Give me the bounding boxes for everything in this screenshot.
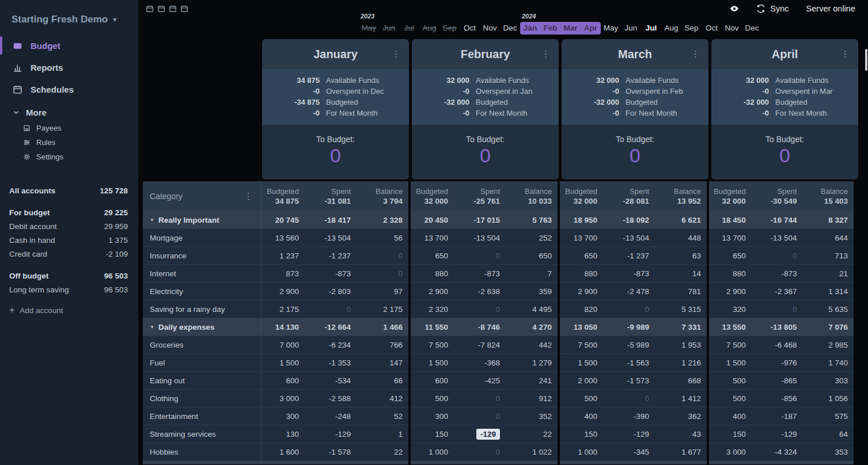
cell-balance[interactable]: 1 216: [655, 354, 707, 371]
add-account-button[interactable]: + Add account: [0, 306, 138, 315]
cell-balance[interactable]: 912: [506, 390, 558, 407]
category-name-cell[interactable]: Hobbies: [143, 443, 261, 461]
cell-spent[interactable]: -6 234: [305, 336, 357, 353]
cell-balance[interactable]: 575: [802, 407, 854, 425]
cell-spent[interactable]: -2 478: [603, 283, 655, 300]
cell-spent[interactable]: -5 989: [603, 336, 655, 353]
account-group-header[interactable]: Off budget96 503: [0, 269, 138, 283]
cell-spent[interactable]: -187: [752, 407, 803, 425]
cell-budgeted[interactable]: 650: [560, 247, 603, 264]
cell-budgeted[interactable]: 880: [411, 265, 454, 282]
timeline-month[interactable]: Feb: [540, 22, 560, 35]
cell-balance[interactable]: 0: [357, 247, 408, 264]
cell-balance[interactable]: 353: [802, 443, 854, 460]
cell-budgeted[interactable]: 13 700: [709, 229, 752, 246]
cell-budgeted[interactable]: 873: [261, 265, 305, 282]
cell-balance[interactable]: 1 953: [655, 336, 707, 353]
cell-budgeted[interactable]: 880: [709, 265, 752, 282]
cell-balance[interactable]: 2 175: [357, 300, 408, 318]
cell-balance[interactable]: 22: [357, 443, 408, 460]
sidebar-item-schedules[interactable]: Schedules: [0, 78, 138, 100]
category-name-cell[interactable]: Entertainment: [143, 407, 261, 425]
cell-balance[interactable]: 43: [655, 425, 707, 443]
timeline-month[interactable]: Sep: [439, 22, 460, 35]
cell-budgeted[interactable]: 13 560: [261, 229, 305, 246]
timeline-month[interactable]: Jun: [379, 22, 399, 35]
cell-balance[interactable]: 7 331: [655, 318, 707, 336]
account-row[interactable]: Debit account29 959: [0, 219, 138, 233]
cell-balance[interactable]: 241: [506, 372, 558, 389]
account-row[interactable]: Cash in hand1 375: [0, 233, 138, 247]
cell-spent[interactable]: -1 237: [603, 247, 655, 264]
cell-spent[interactable]: -2 367: [752, 283, 803, 300]
cell-budgeted[interactable]: 18 450: [709, 211, 752, 228]
cell-spent[interactable]: -7 824: [454, 336, 506, 353]
cell-spent[interactable]: -873: [454, 265, 506, 282]
cell-budgeted[interactable]: 7 500: [709, 336, 752, 353]
cell-spent[interactable]: 0: [454, 407, 506, 425]
cell-spent[interactable]: -248: [305, 407, 357, 425]
cell-spent[interactable]: 0: [305, 300, 357, 318]
cell-budgeted[interactable]: 18 950: [560, 211, 603, 228]
timeline-month[interactable]: May2023: [359, 22, 379, 35]
account-row[interactable]: Long term saving96 503: [0, 283, 138, 296]
timeline-month[interactable]: Nov: [480, 22, 500, 35]
cell-budgeted[interactable]: 300: [261, 407, 305, 425]
months-visible-button-2[interactable]: [157, 5, 165, 14]
cell-balance[interactable]: 1 466: [357, 318, 408, 336]
cell-spent[interactable]: -13 504: [603, 229, 655, 246]
cell-spent[interactable]: -368: [454, 354, 506, 371]
timeline-month[interactable]: Oct: [460, 22, 480, 35]
cell-spent[interactable]: -18 092: [603, 211, 655, 228]
cell-spent[interactable]: 0: [454, 390, 506, 407]
to-budget-amount[interactable]: 0: [711, 144, 858, 167]
cell-spent[interactable]: 0: [454, 300, 506, 318]
cell-balance[interactable]: 4 495: [506, 300, 558, 318]
cell-budgeted[interactable]: 150: [560, 425, 603, 443]
cell-budgeted[interactable]: 500: [709, 390, 752, 407]
cell-balance[interactable]: 22: [506, 425, 558, 443]
cell-spent[interactable]: -13 504: [454, 229, 506, 246]
cell-budgeted[interactable]: 2 175: [261, 300, 305, 318]
cell-balance[interactable]: 644: [802, 229, 854, 246]
cell-spent[interactable]: 0: [603, 390, 655, 407]
cell-balance[interactable]: 766: [357, 336, 408, 353]
cell-spent[interactable]: -1 353: [305, 354, 357, 371]
to-budget-amount[interactable]: 0: [562, 144, 708, 167]
category-name-cell[interactable]: Groceries: [143, 336, 261, 354]
cell-budgeted[interactable]: 400: [560, 407, 603, 425]
cell-budgeted[interactable]: 820: [560, 300, 603, 318]
month-menu-icon[interactable]: ⋮: [392, 49, 400, 58]
cell-balance[interactable]: 5 763: [506, 211, 558, 228]
cell-budgeted[interactable]: 2 000: [560, 372, 603, 389]
cell-balance[interactable]: 64: [802, 425, 854, 443]
all-accounts-row[interactable]: All accounts125 728: [0, 184, 138, 197]
cell-budgeted[interactable]: 1 500: [709, 354, 752, 371]
sidebar-item-payees[interactable]: Payees: [0, 121, 138, 135]
cell-spent[interactable]: -13 805: [752, 318, 803, 336]
group-name-cell[interactable]: ▼Really Important: [143, 211, 261, 229]
timeline-month[interactable]: Aug: [661, 22, 681, 35]
cell-spent[interactable]: -13 504: [305, 229, 357, 246]
cell-balance[interactable]: 97: [357, 283, 408, 300]
cell-spent[interactable]: 0: [603, 300, 655, 318]
month-menu-icon[interactable]: ⋮: [541, 49, 550, 58]
cell-budgeted[interactable]: 1 500: [261, 354, 305, 371]
cell-balance[interactable]: 359: [506, 283, 558, 300]
category-name-cell[interactable]: Insurrance: [143, 247, 261, 265]
cell-balance[interactable]: 52: [357, 407, 408, 425]
cell-spent[interactable]: -1 578: [305, 443, 357, 460]
timeline-month[interactable]: Apr: [581, 22, 601, 35]
cell-balance[interactable]: 0: [357, 265, 408, 282]
cell-budgeted[interactable]: 2 900: [411, 283, 454, 300]
months-visible-button-4[interactable]: [180, 5, 188, 14]
cell-budgeted[interactable]: 1 500: [411, 354, 454, 371]
cell-spent[interactable]: -873: [603, 265, 655, 282]
cell-spent[interactable]: -129: [752, 425, 803, 443]
cell-budgeted[interactable]: 130: [261, 425, 305, 443]
timeline-month[interactable]: Sep: [681, 22, 702, 35]
category-name-cell[interactable]: Eating out: [143, 372, 261, 390]
category-name-cell[interactable]: Streaming services: [143, 425, 261, 443]
cell-balance[interactable]: 448: [655, 229, 707, 246]
budget-file-selector[interactable]: Starting Fresh Demo ▾: [0, 0, 138, 35]
